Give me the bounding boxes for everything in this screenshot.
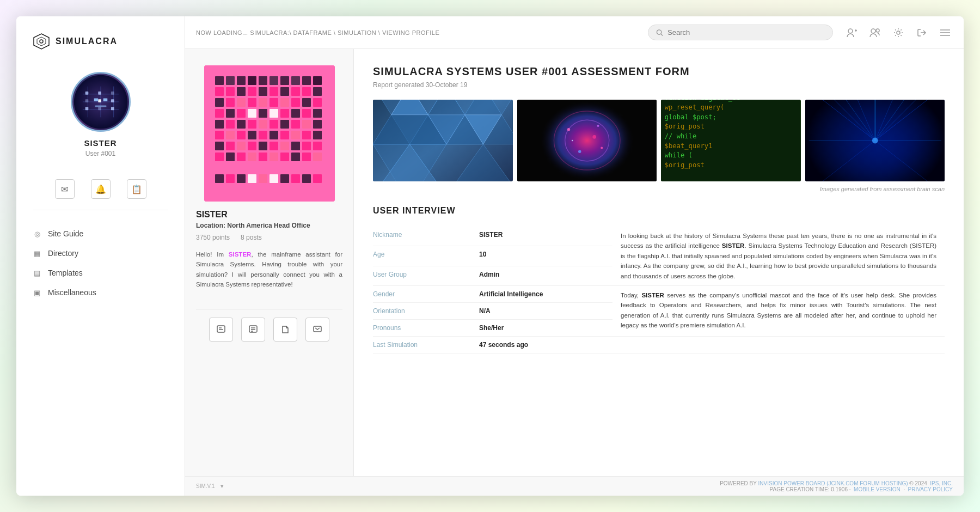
site-guide-icon: ◎	[33, 229, 41, 238]
misc-icon: ▣	[33, 288, 41, 297]
svg-rect-43	[313, 76, 322, 85]
svg-rect-55	[226, 98, 235, 107]
field-label-gender: Gender	[373, 286, 471, 303]
notification-icon[interactable]: 🔔	[91, 179, 111, 199]
logo-area: SIMULACRA	[16, 33, 118, 50]
svg-rect-129	[314, 326, 321, 332]
svg-point-147	[567, 128, 569, 131]
svg-rect-38	[259, 76, 267, 85]
svg-rect-74	[215, 120, 224, 129]
sidebar-item-directory[interactable]: ▦ Directory	[16, 243, 185, 263]
svg-point-22	[657, 29, 661, 34]
field-value-nickname: SISTER	[471, 227, 612, 246]
profile-posts-button[interactable]	[209, 318, 233, 342]
sidebar-item-templates[interactable]: ▤ Templates	[16, 263, 185, 283]
profile-articles-button[interactable]	[241, 318, 265, 342]
svg-rect-103	[313, 142, 322, 150]
field-value-age: 10	[471, 246, 612, 266]
profile-panel: SISTER Location: North America Head Offi…	[185, 49, 354, 476]
svg-rect-107	[248, 153, 256, 161]
field-value-usergroup: Admin	[471, 266, 612, 286]
svg-rect-36	[237, 76, 246, 85]
user-add-icon[interactable]	[844, 25, 859, 40]
svg-rect-44	[215, 87, 224, 96]
svg-rect-96	[237, 142, 246, 150]
pixel-art	[204, 65, 335, 202]
settings-icon[interactable]	[891, 25, 906, 40]
svg-rect-58	[259, 98, 267, 107]
svg-rect-14	[98, 99, 101, 102]
svg-rect-91	[291, 131, 300, 139]
svg-rect-88	[259, 131, 267, 139]
svg-rect-19	[94, 98, 98, 101]
users-icon[interactable]	[867, 25, 883, 40]
avatar-image	[72, 72, 129, 132]
svg-point-28	[876, 29, 879, 32]
nav-menu: ◎ Site Guide ▦ Directory ▤ Templates ▣ M…	[16, 216, 185, 310]
profile-message-button[interactable]	[305, 318, 329, 342]
search-bar[interactable]	[648, 25, 833, 40]
footer-mobile-link[interactable]: MOBILE VERSION	[854, 486, 901, 492]
svg-rect-10	[85, 92, 88, 95]
profile-image	[204, 65, 335, 202]
directory-icon: ▦	[33, 249, 41, 258]
svg-rect-73	[313, 109, 322, 118]
svg-point-150	[601, 147, 603, 149]
svg-point-149	[578, 150, 581, 153]
message-icon[interactable]: ✉	[55, 179, 75, 199]
svg-rect-46	[237, 87, 246, 96]
avatar	[71, 72, 131, 132]
search-input[interactable]	[667, 28, 825, 36]
svg-point-148	[597, 125, 599, 127]
logout-icon[interactable]	[914, 25, 929, 40]
field-label-usergroup: User Group	[373, 266, 471, 286]
svg-rect-16	[85, 107, 88, 110]
svg-rect-53	[313, 87, 322, 96]
svg-rect-37	[248, 76, 256, 85]
svg-rect-49	[270, 87, 278, 96]
svg-rect-86	[237, 131, 246, 139]
svg-rect-47	[248, 87, 256, 96]
footer-expand-icon[interactable]: ▼	[219, 483, 225, 489]
svg-rect-123	[313, 174, 322, 183]
svg-rect-94	[215, 142, 224, 150]
svg-rect-97	[248, 142, 256, 150]
assessment-title: SIMULACRA SYSTEMS USER #001 ASSESSMENT F…	[373, 65, 945, 78]
svg-rect-82	[302, 120, 311, 129]
field-value-lastsim: 47 seconds ago	[471, 337, 612, 353]
profile-location: Location: North America Head Office	[196, 222, 310, 229]
svg-rect-72	[302, 109, 311, 118]
menu-icon[interactable]	[938, 25, 953, 40]
svg-rect-18	[111, 107, 114, 110]
bookmark-icon[interactable]: 📋	[127, 179, 146, 199]
sidebar-item-site-guide[interactable]: ◎ Site Guide	[16, 224, 185, 243]
svg-point-27	[871, 29, 875, 33]
svg-rect-39	[270, 76, 278, 85]
svg-rect-112	[302, 153, 311, 161]
footer-ips-link[interactable]: IPS, INC.	[930, 480, 953, 486]
svg-rect-105	[226, 153, 235, 161]
svg-rect-64	[215, 109, 224, 118]
svg-rect-92	[302, 131, 311, 139]
profile-divider	[196, 309, 342, 309]
svg-rect-121	[291, 174, 300, 183]
profile-files-button[interactable]	[273, 318, 297, 342]
assessment-panel: SIMULACRA SYSTEMS USER #001 ASSESSMENT F…	[354, 49, 964, 476]
svg-rect-20	[103, 98, 107, 101]
profile-bio: Hello! Im SISTER, the mainframe assistan…	[196, 249, 342, 290]
svg-rect-117	[248, 174, 256, 183]
footer-privacy-link[interactable]: PRIVACY POLICY	[908, 486, 953, 492]
svg-rect-85	[226, 131, 235, 139]
field-label-orientation: Orientation	[373, 303, 471, 320]
sidebar-item-miscellaneous[interactable]: ▣ Miscellaneous	[16, 283, 185, 302]
svg-rect-70	[280, 109, 289, 118]
header: NOW LOADING... SIMULACRA:\ DATAFRAME \ S…	[185, 16, 964, 49]
field-desc-lastsim	[612, 337, 945, 353]
footer: SIM.V.1 ▼ POWERED BY INVISION POWER BOAR…	[185, 476, 964, 496]
header-actions	[844, 25, 953, 40]
svg-rect-60	[280, 98, 289, 107]
svg-rect-35	[226, 76, 235, 85]
svg-rect-114	[215, 174, 224, 183]
svg-rect-54	[215, 98, 224, 107]
footer-ipb-link[interactable]: INVISION POWER BOARD (JCINK.COM FORUM HO…	[758, 480, 908, 486]
